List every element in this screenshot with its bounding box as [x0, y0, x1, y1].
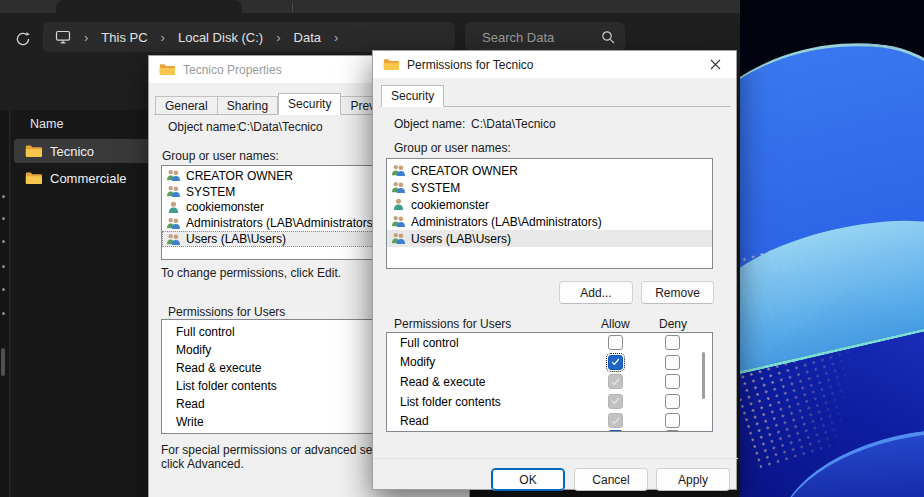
- apply-button[interactable]: Apply: [656, 468, 730, 491]
- close-icon: [710, 59, 721, 70]
- users-group-icon: [391, 164, 406, 177]
- permissions-label: Permissions for Users: [168, 305, 285, 319]
- permission-name: Read & execute: [176, 361, 261, 375]
- group-item-label: cookiemonster: [186, 200, 264, 214]
- nav-item-dot: [2, 240, 5, 243]
- allow-column-header: Allow: [601, 317, 630, 331]
- allow-checkbox-list-folder[interactable]: [608, 394, 623, 409]
- group-item-label: cookiemonster: [411, 198, 489, 212]
- users-group-icon: [166, 217, 181, 230]
- permission-name: Write: [176, 415, 204, 429]
- permissions-scrollbar-thumb[interactable]: [702, 352, 705, 399]
- refresh-icon: [15, 31, 31, 47]
- allow-checkbox-modify[interactable]: [608, 355, 623, 370]
- permission-name: Read: [176, 397, 205, 411]
- single-user-icon: [166, 201, 181, 214]
- nav-item-dot: [2, 312, 5, 315]
- folder-icon: [25, 171, 42, 185]
- users-group-icon: [391, 232, 406, 245]
- advanced-hint-line2: click Advanced.: [161, 457, 244, 471]
- permissions-label: Permissions for Users: [394, 317, 511, 331]
- tab-general[interactable]: General: [155, 96, 218, 115]
- check-icon: [611, 417, 620, 425]
- refresh-button[interactable]: [11, 27, 35, 51]
- object-name-label: Object name:: [168, 120, 239, 134]
- folder-icon: [159, 63, 175, 76]
- breadcrumb-local-disk[interactable]: Local Disk (C:): [178, 30, 263, 45]
- permission-name: Modify: [176, 343, 211, 357]
- folder-icon: [25, 144, 42, 158]
- nav-scrollbar-thumb[interactable]: [1, 348, 5, 376]
- search-input[interactable]: Search Data: [465, 22, 625, 52]
- permission-name: List folder contents: [400, 395, 501, 409]
- permission-row-modify: Modify: [387, 353, 712, 373]
- deny-checkbox-modify[interactable]: [665, 355, 680, 370]
- deny-checkbox-partial[interactable]: [665, 430, 680, 432]
- users-group-icon: [391, 215, 406, 228]
- breadcrumb[interactable]: › This PC › Local Disk (C:) › Data ›: [43, 22, 455, 52]
- name-column-header[interactable]: Name: [30, 117, 63, 131]
- permissions-checkbox-list: Full control Modify Read & execute List: [386, 332, 713, 432]
- permission-name: Modify: [400, 355, 435, 369]
- group-item-label: Users (LAB\Users): [411, 232, 511, 246]
- explorer-active-tab[interactable]: [56, 0, 242, 13]
- deny-checkbox-read[interactable]: [665, 413, 680, 428]
- allow-checkbox-partial[interactable]: [608, 430, 623, 432]
- object-name-value: C:\Data\Tecnico: [471, 117, 556, 131]
- users-group-icon: [166, 185, 181, 198]
- edit-hint: To change permissions, click Edit.: [161, 266, 341, 280]
- allow-checkbox-read[interactable]: [608, 413, 623, 428]
- allow-checkbox-full-control[interactable]: [608, 335, 623, 350]
- tab-security[interactable]: Security: [278, 93, 341, 115]
- desktop-wallpaper: [737, 0, 924, 497]
- deny-checkbox-read-execute[interactable]: [665, 374, 680, 389]
- dialog-title: Tecnico Properties: [183, 63, 282, 77]
- breadcrumb-data[interactable]: Data: [294, 30, 321, 45]
- group-list-label: Group or user names:: [394, 141, 511, 155]
- group-item-label: Users (LAB\Users): [186, 232, 286, 246]
- permissions-dialog-titlebar: Permissions for Tecnico: [373, 51, 736, 78]
- group-item[interactable]: CREATOR OWNER: [387, 162, 712, 179]
- cancel-button[interactable]: Cancel: [574, 468, 648, 491]
- deny-checkbox-list-folder[interactable]: [665, 394, 680, 409]
- permission-name: Read: [400, 414, 429, 428]
- permission-name: List folder contents: [176, 379, 277, 393]
- group-item[interactable]: cookiemonster: [387, 196, 712, 213]
- desktop: › This PC › Local Disk (C:) › Data › Sea…: [0, 0, 924, 497]
- nav-item-dot: [2, 288, 5, 291]
- deny-checkbox-full-control[interactable]: [665, 335, 680, 350]
- nav-item-dot: [2, 265, 5, 268]
- check-icon: [611, 358, 620, 366]
- nav-item-dot: [2, 217, 5, 220]
- permission-name: Full control: [400, 336, 459, 350]
- group-item[interactable]: Administrators (LAB\Administrators): [387, 213, 712, 230]
- chevron-right-icon: ›: [84, 30, 88, 45]
- ok-button[interactable]: OK: [491, 468, 565, 491]
- group-item-label: SYSTEM: [411, 181, 460, 195]
- add-button[interactable]: Add...: [559, 281, 633, 304]
- users-group-icon: [166, 169, 181, 182]
- group-item-selected[interactable]: Users (LAB\Users): [387, 230, 712, 247]
- folder-name: Commerciale: [50, 171, 127, 186]
- group-item-label: CREATOR OWNER: [411, 164, 518, 178]
- advanced-hint-line1: For special permissions or advanced sett…: [161, 443, 404, 457]
- group-item-label: Administrators (LAB\Administrators): [186, 216, 377, 230]
- group-item[interactable]: SYSTEM: [387, 179, 712, 196]
- single-user-icon: [391, 198, 406, 211]
- chevron-right-icon: ›: [334, 30, 338, 45]
- permission-row-list-folder: List folder contents: [387, 392, 712, 412]
- folder-icon: [383, 58, 399, 71]
- this-pc-icon: [55, 30, 71, 44]
- allow-checkbox-read-execute[interactable]: [608, 374, 623, 389]
- search-icon: [601, 30, 615, 44]
- breadcrumb-this-pc[interactable]: This PC: [101, 30, 147, 45]
- tab-security[interactable]: Security: [381, 85, 444, 107]
- remove-button[interactable]: Remove: [641, 281, 714, 304]
- close-button[interactable]: [700, 54, 730, 75]
- deny-column-header: Deny: [659, 317, 687, 331]
- nav-item-dot: [2, 195, 5, 198]
- tab-sharing[interactable]: Sharing: [218, 96, 278, 115]
- object-name-value: C:\Data\Tecnico: [238, 120, 323, 134]
- navigation-pane-edge: [0, 110, 10, 497]
- search-placeholder: Search Data: [482, 30, 554, 45]
